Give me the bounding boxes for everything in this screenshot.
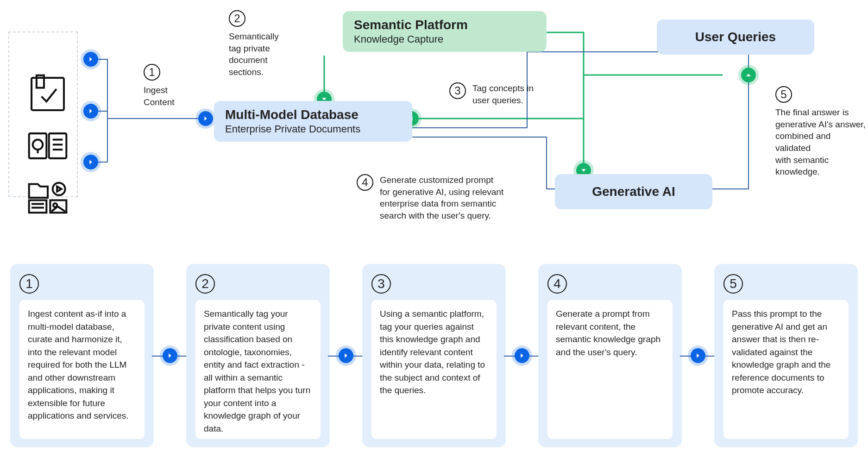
svg-rect-3 (49, 133, 67, 158)
sources-panel (8, 31, 78, 197)
annotation-5: 5 The final answer is generative AI's an… (775, 86, 868, 178)
steps-row: 1 Ingest content as-if into a multi-mode… (10, 264, 858, 447)
arrow-dot-ingest-3 (83, 155, 98, 169)
annotation-1-number: 1 (144, 64, 160, 81)
node-semantic-platform: Semantic Platform Knowledge Capture (343, 11, 547, 52)
annotation-4: 4 Generate customized prompt for generat… (357, 174, 503, 222)
node-queries-title: User Queries (668, 30, 803, 44)
step-card-1: 1 Ingest content as-if into a multi-mode… (10, 264, 154, 447)
step-3-number: 3 (371, 274, 391, 294)
arrow-right-icon (691, 348, 705, 363)
arrow-right-icon (515, 348, 529, 363)
annotation-5-number: 5 (775, 86, 792, 103)
node-db-title: Multi-Model Database (225, 107, 401, 122)
annotation-2-text: Semantically tag private document sectio… (229, 31, 279, 78)
step-connector-3-4 (506, 264, 538, 447)
step-connector-2-3 (330, 264, 362, 447)
annotation-1-text: Ingest Content (144, 84, 175, 108)
step-4-text: Generate a prompt from relevant content,… (547, 300, 673, 439)
svg-rect-11 (29, 200, 47, 213)
node-generative-ai: Generative AI (555, 174, 712, 209)
arrow-dot-ingest-1 (83, 52, 98, 67)
step-4-number: 4 (547, 274, 567, 294)
arrow-dot-into-db (198, 111, 213, 126)
annotation-3-text: Tag concepts in user queries. (472, 82, 534, 106)
arrow-dot-ingest-2 (83, 104, 98, 119)
step-1-number: 1 (19, 274, 39, 294)
node-multi-model-db: Multi-Model Database Enterprise Private … (214, 101, 412, 142)
node-semantic-sub: Knowledge Capture (354, 33, 535, 45)
step-card-5: 5 Pass this prompt to the generative AI … (714, 264, 858, 447)
step-connector-4-5 (682, 264, 714, 447)
arrow-right-icon (163, 348, 177, 363)
node-user-queries: User Queries (657, 19, 814, 55)
annotation-2: 2 Semantically tag private document sect… (229, 10, 279, 78)
annotation-2-number: 2 (229, 10, 245, 27)
step-3-text: Using a semantic platform, tag your quer… (371, 300, 497, 439)
document-check-icon (28, 74, 68, 114)
arrow-right-icon (339, 348, 353, 363)
annotation-4-number: 4 (357, 174, 373, 191)
step-5-text: Pass this prompt to the generative AI an… (723, 300, 849, 439)
annotation-5-text: The final answer is generative AI's answ… (775, 107, 868, 178)
step-5-number: 5 (723, 274, 743, 294)
node-gen-title: Generative AI (566, 184, 701, 199)
svg-marker-10 (57, 187, 61, 192)
svg-rect-2 (29, 133, 47, 158)
arrow-dot-answer-up (741, 68, 756, 82)
annotation-3: 3 Tag concepts in user queries. (449, 82, 534, 106)
knowledge-book-icon (28, 126, 68, 166)
node-db-sub: Enterprise Private Documents (225, 123, 401, 135)
step-card-4: 4 Generate a prompt from relevant conten… (538, 264, 682, 447)
media-files-icon (28, 178, 68, 218)
node-semantic-title: Semantic Platform (354, 18, 535, 32)
step-connector-1-2 (154, 264, 186, 447)
step-card-2: 2 Semantically tag your private content … (186, 264, 330, 447)
annotation-4-text: Generate customized prompt for generativ… (380, 174, 503, 222)
annotation-3-number: 3 (449, 82, 466, 99)
step-card-3: 3 Using a semantic platform, tag your qu… (362, 264, 506, 447)
diagram-canvas: 1 Ingest Content 2 Semantically tag priv… (0, 0, 868, 470)
svg-point-4 (33, 140, 43, 150)
step-2-number: 2 (195, 274, 215, 294)
step-2-text: Semantically tag your private content us… (195, 300, 321, 439)
step-1-text: Ingest content as-if into a multi-model … (19, 300, 145, 439)
annotation-1: 1 Ingest Content (144, 64, 175, 108)
